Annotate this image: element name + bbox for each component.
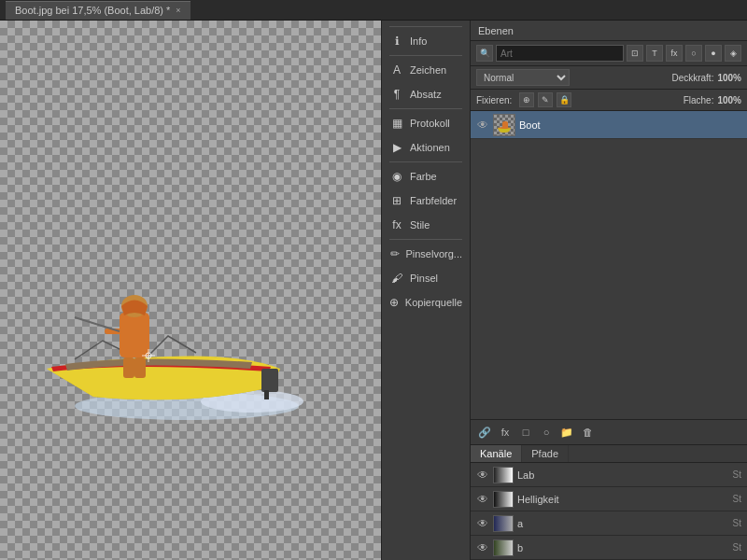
channel-helligkeit-visibility[interactable]: 👁	[476, 493, 489, 506]
panel-item-info[interactable]: ℹ Info	[382, 29, 470, 53]
channel-a-name: a	[517, 518, 729, 529]
tab-label: Boot.jpg bei 17,5% (Boot, Lab/8) *	[15, 5, 170, 16]
new-group-icon[interactable]: 📁	[558, 424, 575, 441]
link-icon[interactable]: 🔗	[476, 424, 493, 441]
farbe-icon: ◉	[389, 169, 404, 184]
aktionen-icon: ▶	[389, 140, 404, 155]
svg-rect-7	[134, 357, 146, 378]
layer-type-text-icon[interactable]: T	[646, 45, 663, 62]
canvas-area[interactable]	[0, 21, 382, 560]
panel-item-aktionen-label: Aktionen	[410, 142, 450, 153]
tab-kanaele[interactable]: Kanäle	[471, 445, 522, 462]
layer-visibility-icon[interactable]: 👁	[476, 119, 489, 132]
separator-3	[389, 108, 462, 109]
panel-item-aktionen[interactable]: ▶ Aktionen	[382, 135, 470, 160]
fix-row: Fixieren: ⊕ ✎ 🔒 Flache: 100%	[471, 90, 747, 111]
channel-item-lab[interactable]: 👁 Lab St	[471, 463, 747, 487]
panel-item-zeichen[interactable]: A Zeichen	[382, 58, 470, 82]
channel-item-helligkeit[interactable]: 👁 Helligkeit St	[471, 487, 747, 511]
fx-filter-icon[interactable]: fx	[666, 45, 683, 62]
panel-item-kopierquelle-label: Kopierquelle	[405, 297, 462, 308]
farbfelder-icon: ⊞	[389, 193, 404, 208]
panel-item-kopierquelle[interactable]: ⊕ Kopierquelle	[382, 290, 470, 315]
opacity-value: 100%	[717, 73, 741, 83]
flache-value: 100%	[717, 95, 741, 105]
panel-item-zeichen-label: Zeichen	[410, 64, 446, 76]
blend-mode-row: Normal Deckkraft: 100%	[471, 66, 747, 90]
new-fill-layer-icon[interactable]: □	[517, 424, 534, 441]
smart-filter-icon[interactable]: ◈	[725, 45, 741, 62]
svg-line-8	[75, 317, 120, 331]
fix-label: Fixieren:	[476, 95, 512, 105]
separator-1	[389, 26, 462, 27]
panel-item-protokoll[interactable]: ▦ Protokoll	[382, 111, 470, 135]
right-panel: ℹ Info A Zeichen ¶ Absatz ▦ Protokoll ▶ …	[382, 21, 747, 560]
new-mask-icon[interactable]: ○	[538, 424, 555, 441]
panel-item-pinsel[interactable]: 🖌 Pinsel	[382, 266, 470, 290]
tab-pfade[interactable]: Pfade	[522, 445, 569, 462]
channel-helligkeit-shortcut: St	[733, 494, 741, 504]
boat-image	[19, 224, 308, 420]
channel-lab-name: Lab	[517, 469, 729, 481]
blend-mode-select[interactable]: Normal	[476, 69, 570, 86]
layer-item-boot[interactable]: 👁 Boot	[471, 111, 747, 139]
fx-icon[interactable]: fx	[497, 424, 514, 441]
panel-item-farbe-label: Farbe	[410, 171, 437, 182]
layers-search-row: 🔍 ⊡ T fx ○ ● ◈	[471, 41, 747, 66]
channel-b-visibility[interactable]: 👁	[476, 541, 489, 554]
panel-item-pinselvorgabe[interactable]: ✏ Pinselvorg...	[382, 242, 470, 266]
panel-item-farbfelder[interactable]: ⊞ Farbfelder	[382, 189, 470, 213]
document-tab[interactable]: Boot.jpg bei 17,5% (Boot, Lab/8) * ×	[6, 1, 190, 20]
color-filter-icon[interactable]: ●	[705, 45, 722, 62]
channel-b-name: b	[517, 542, 729, 553]
mask-filter-icon[interactable]: ○	[685, 45, 702, 62]
info-icon: ℹ	[389, 34, 404, 49]
panel-item-absatz-label: Absatz	[410, 89, 442, 100]
panel-item-protokoll-label: Protokoll	[410, 118, 450, 129]
flache-label: Flache:	[684, 95, 714, 105]
top-bar: Boot.jpg bei 17,5% (Boot, Lab/8) * ×	[0, 0, 747, 21]
channel-helligkeit-thumb	[493, 491, 514, 508]
delete-layer-icon[interactable]: 🗑	[579, 424, 596, 441]
kopierquelle-icon: ⊕	[389, 295, 400, 310]
channel-b-shortcut: St	[733, 542, 741, 553]
fix-position-icon[interactable]: ⊕	[519, 92, 534, 107]
panel-item-stile[interactable]: fx Stile	[382, 213, 470, 237]
channel-a-visibility[interactable]: 👁	[476, 517, 489, 530]
channel-b-thumb	[493, 539, 514, 556]
separator-5	[389, 239, 462, 240]
panel-item-info-label: Info	[410, 35, 427, 47]
panel-item-pinselvorgabe-label: Pinselvorg...	[405, 248, 462, 259]
layers-panel: Ebenen 🔍 ⊡ T fx ○ ● ◈ Normal Deckkraft: …	[471, 21, 747, 560]
protokoll-icon: ▦	[389, 116, 404, 131]
separator-4	[389, 161, 462, 162]
filter-icon[interactable]: ⊡	[627, 45, 643, 62]
channel-item-b[interactable]: 👁 b St	[471, 536, 747, 560]
search-type-icon[interactable]: 🔍	[476, 45, 493, 62]
channel-lab-visibility[interactable]: 👁	[476, 469, 489, 482]
channel-helligkeit-name: Helligkeit	[517, 494, 729, 505]
opacity-label: Deckkraft:	[671, 73, 713, 83]
pinsel-icon: 🖌	[389, 271, 404, 286]
fix-brush-icon[interactable]: ✎	[538, 92, 553, 107]
tab-close-button[interactable]: ×	[176, 6, 180, 15]
panel-item-farbfelder-label: Farbfelder	[410, 195, 457, 206]
stile-icon: fx	[389, 217, 404, 232]
svg-rect-2	[261, 369, 278, 392]
svg-rect-3	[264, 390, 269, 399]
panel-item-absatz[interactable]: ¶ Absatz	[382, 82, 470, 106]
layers-bottom-toolbar: 🔗 fx □ ○ 📁 🗑	[471, 419, 747, 445]
channel-item-a[interactable]: 👁 a St	[471, 511, 747, 536]
layer-thumbnail-boot	[493, 114, 515, 136]
panel-item-stile-label: Stile	[410, 219, 430, 231]
absatz-icon: ¶	[389, 87, 404, 102]
zeichen-icon: A	[389, 63, 404, 77]
panel-item-farbe[interactable]: ◉ Farbe	[382, 164, 470, 189]
layer-name-boot: Boot	[519, 119, 541, 131]
middle-panel: ℹ Info A Zeichen ¶ Absatz ▦ Protokoll ▶ …	[382, 21, 471, 560]
svg-rect-10	[502, 121, 508, 129]
main-layout: ℹ Info A Zeichen ¶ Absatz ▦ Protokoll ▶ …	[0, 21, 747, 560]
layers-search-input[interactable]	[496, 45, 624, 62]
fix-all-icon[interactable]: 🔒	[557, 92, 571, 107]
thumb-boat-svg	[496, 119, 514, 133]
